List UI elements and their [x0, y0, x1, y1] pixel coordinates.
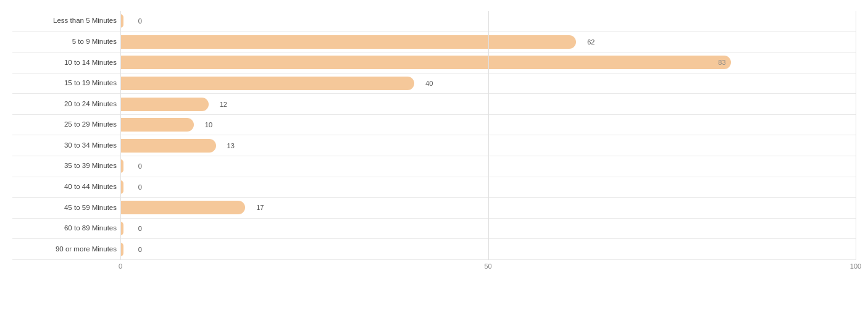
bar-track: 0 [120, 180, 856, 194]
bar-track: 12 [120, 98, 856, 111]
x-axis: 050100 [120, 260, 856, 272]
bar-rows: Less than 5 Minutes05 to 9 Minutes6210 t… [12, 11, 856, 260]
bar-track: 17 [120, 201, 856, 214]
bar-track: 10 [120, 118, 856, 132]
bar-row: 15 to 19 Minutes40 [12, 73, 856, 94]
bar-value: 10 [205, 121, 212, 128]
bar-fill: 0 [120, 243, 123, 256]
bar-label: 40 to 44 Minutes [12, 183, 120, 191]
bar-row: 5 to 9 Minutes62 [12, 32, 856, 53]
bar-fill: 0 [120, 159, 123, 173]
bar-track: 0 [120, 159, 856, 173]
bar-track: 0 [120, 243, 856, 256]
grid-line [856, 11, 856, 260]
bar-label: 60 to 89 Minutes [12, 224, 120, 233]
bar-row: 10 to 14 Minutes83 [12, 52, 856, 73]
bar-track: 83 [120, 56, 856, 69]
bar-label: 10 to 14 Minutes [12, 59, 120, 67]
bar-track: 13 [120, 139, 856, 153]
bar-label: 15 to 19 Minutes [12, 79, 120, 88]
bar-track: 0 [120, 14, 856, 28]
bar-value: 0 [138, 17, 142, 25]
bar-row: 20 to 24 Minutes12 [12, 94, 856, 115]
bar-label: 45 to 59 Minutes [12, 204, 120, 212]
bar-fill: 12 [120, 98, 209, 111]
bar-row: 25 to 29 Minutes10 [12, 115, 856, 136]
bar-label: 20 to 24 Minutes [12, 100, 120, 109]
bar-label: 90 or more Minutes [12, 245, 120, 254]
bar-label: 30 to 34 Minutes [12, 141, 120, 150]
bar-label: 25 to 29 Minutes [12, 120, 120, 129]
bar-value: 0 [138, 246, 142, 253]
bar-fill: 10 [120, 118, 194, 132]
bar-value: 40 [425, 80, 433, 87]
x-axis-tick: 50 [484, 262, 491, 270]
bar-value: 17 [256, 204, 264, 211]
x-axis-tick: 100 [850, 262, 861, 270]
bar-value: 0 [138, 225, 142, 232]
bar-value: 13 [227, 142, 235, 149]
bar-fill: 0 [120, 180, 123, 194]
bar-track: 62 [120, 35, 856, 49]
bar-fill: 83 [120, 56, 731, 69]
chart-container: Less than 5 Minutes05 to 9 Minutes6210 t… [0, 0, 868, 323]
bar-fill: 62 [120, 35, 576, 49]
bar-row: 45 to 59 Minutes17 [12, 198, 856, 219]
bar-value: 62 [587, 38, 595, 46]
bar-label: 35 to 39 Minutes [12, 162, 120, 170]
bar-fill: 0 [120, 14, 123, 28]
bar-fill: 40 [120, 77, 414, 90]
bar-row: 90 or more Minutes0 [12, 239, 856, 260]
bar-fill: 13 [120, 139, 216, 153]
bar-label: 5 to 9 Minutes [12, 38, 120, 46]
bar-row: 60 to 89 Minutes0 [12, 219, 856, 240]
bar-value: 0 [138, 162, 142, 170]
x-axis-tick: 0 [119, 262, 122, 270]
bar-label: Less than 5 Minutes [12, 17, 120, 25]
bar-value: 12 [220, 101, 227, 108]
bar-fill: 0 [120, 222, 123, 235]
bar-row: 35 to 39 Minutes0 [12, 156, 856, 177]
chart-area: Less than 5 Minutes05 to 9 Minutes6210 t… [12, 11, 856, 272]
bar-row: 40 to 44 Minutes0 [12, 177, 856, 198]
bar-row: 30 to 34 Minutes13 [12, 135, 856, 156]
bar-value: 0 [138, 183, 142, 191]
bar-fill: 17 [120, 201, 245, 214]
bar-value: 83 [718, 59, 725, 66]
bar-track: 0 [120, 222, 856, 235]
bar-track: 40 [120, 77, 856, 90]
bar-row: Less than 5 Minutes0 [12, 11, 856, 32]
